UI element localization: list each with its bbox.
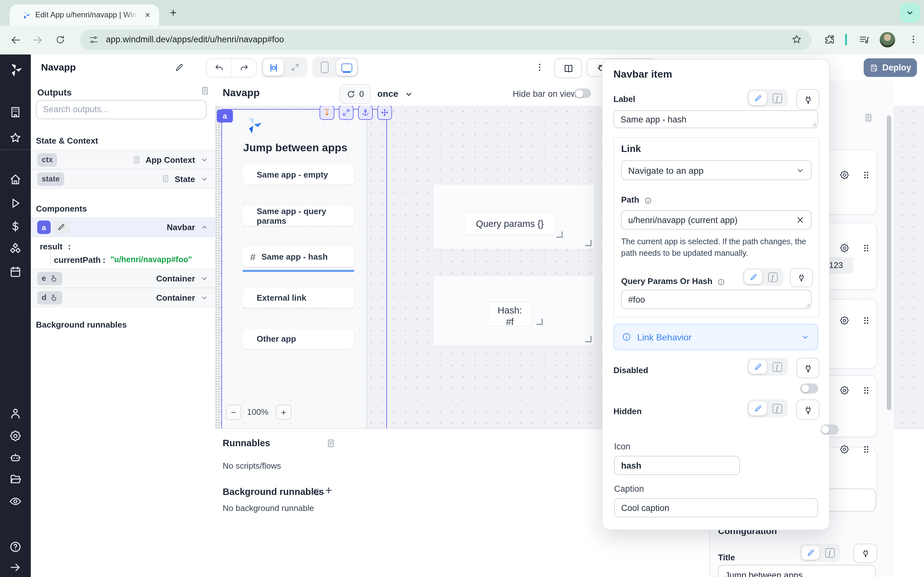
chevron-down-icon[interactable] (200, 274, 208, 282)
nav-item-empty[interactable]: Same app - empty (242, 165, 354, 185)
gear-icon[interactable] (839, 170, 850, 180)
settings-gear-icon[interactable] (9, 430, 22, 442)
nav-item-external[interactable]: External link (242, 288, 354, 308)
static-mode-button[interactable] (749, 401, 767, 416)
anchor-handle[interactable] (358, 106, 373, 120)
query-params-box[interactable]: Query params {} (433, 184, 595, 250)
schedule-select[interactable]: once (377, 89, 398, 99)
reload-icon[interactable] (55, 35, 65, 45)
runnables-doc-icon[interactable] (326, 438, 336, 448)
bookmark-star-icon[interactable] (791, 34, 802, 45)
result-key[interactable]: result (40, 242, 63, 251)
resize-corner[interactable] (556, 231, 563, 238)
textarea-resize-handle[interactable] (804, 302, 810, 307)
browser-menu-icon[interactable] (908, 34, 919, 45)
doc-icon[interactable] (161, 174, 170, 183)
gear-icon[interactable] (839, 243, 850, 253)
home-icon[interactable] (9, 173, 22, 186)
chevron-down-icon[interactable] (404, 90, 413, 99)
tab-search-button[interactable] (900, 3, 920, 23)
disabled-toggle[interactable] (800, 384, 818, 394)
selected-navbar-component[interactable]: Jump between apps a (221, 109, 387, 428)
connect-plug-button[interactable] (790, 268, 813, 287)
mobile-view-button[interactable] (314, 59, 335, 76)
extensions-icon[interactable] (824, 34, 835, 45)
static-mode-button[interactable] (749, 91, 767, 105)
zoom-in-button[interactable]: + (276, 405, 291, 420)
query-input[interactable]: #foo (621, 290, 812, 309)
profile-avatar[interactable] (880, 32, 895, 47)
undo-button[interactable] (207, 59, 231, 77)
connect-plug-button[interactable] (796, 358, 819, 378)
connect-plug-button[interactable] (796, 400, 819, 420)
site-settings-icon[interactable] (89, 35, 99, 45)
drag-grip-icon[interactable] (861, 444, 871, 455)
resize-corner[interactable] (585, 336, 591, 342)
output-row-state[interactable]: state State (31, 169, 215, 189)
textarea-resize-handle[interactable] (811, 121, 816, 126)
deploy-button[interactable]: Deploy (864, 58, 917, 77)
resize-corner[interactable] (585, 240, 591, 246)
icon-input[interactable]: hash (614, 456, 740, 475)
path-input[interactable]: u/henri/navapp (current app) (621, 210, 812, 229)
gear-icon[interactable] (839, 316, 850, 326)
workers-icon[interactable] (9, 451, 22, 464)
component-row-d[interactable]: d Container (31, 288, 215, 307)
hash-text-widget[interactable]: Hash: #f (488, 302, 532, 326)
chevron-down-icon[interactable] (200, 175, 208, 183)
edit-title-pencil-icon[interactable] (174, 63, 184, 73)
add-background-runnable-button[interactable]: + (325, 484, 332, 498)
gear-icon[interactable] (839, 444, 850, 455)
audit-logs-icon[interactable] (9, 495, 22, 508)
label-input[interactable]: Same app - hash (614, 110, 818, 128)
component-row-navbar[interactable]: a Navbar (31, 218, 215, 237)
output-row-ctx[interactable]: ctx App Context (31, 150, 215, 169)
workspace-icon[interactable] (9, 106, 22, 119)
component-row-e[interactable]: e Container (31, 269, 215, 288)
current-path-key[interactable]: currentPath (54, 255, 101, 265)
centered-layout-button[interactable]: |o| (263, 59, 284, 76)
static-mode-button[interactable] (744, 270, 762, 284)
static-mode-button[interactable] (749, 359, 767, 374)
connect-plug-button[interactable] (796, 89, 819, 110)
nav-item-other-app[interactable]: Other app (242, 329, 354, 349)
docs-button[interactable] (554, 58, 582, 78)
users-icon[interactable] (9, 407, 22, 420)
zoom-out-button[interactable]: − (226, 405, 241, 420)
windmill-logo[interactable] (8, 62, 23, 77)
query-params-text-widget[interactable]: Query params {} (464, 212, 556, 235)
media-playlist-icon[interactable] (859, 34, 870, 45)
url-text[interactable]: app.windmill.dev/apps/edit/u/henri/navap… (106, 35, 284, 44)
fx-mode-button[interactable]: f (768, 91, 786, 105)
resize-corner[interactable] (536, 319, 543, 325)
tab-close-button[interactable]: × (142, 9, 153, 21)
gear-icon[interactable] (839, 385, 850, 396)
forward-icon[interactable] (32, 35, 43, 45)
runs-icon[interactable] (9, 197, 22, 210)
nav-item-hash[interactable]: # Same app - hash (242, 247, 354, 267)
hash-box[interactable]: Hash: #f (433, 276, 595, 346)
edit-component-id-button[interactable] (53, 221, 69, 234)
fx-mode-button[interactable]: f (821, 546, 838, 560)
fill-height-handle[interactable] (320, 106, 334, 120)
resources-icon[interactable] (9, 242, 22, 255)
help-icon[interactable] (9, 540, 22, 553)
drag-grip-icon[interactable] (861, 316, 871, 326)
connect-plug-button[interactable] (853, 544, 877, 563)
drag-grip-icon[interactable] (861, 243, 871, 253)
variables-icon[interactable] (9, 220, 22, 233)
static-mode-button[interactable] (801, 546, 819, 560)
schedules-icon[interactable] (9, 266, 22, 278)
desktop-view-button[interactable] (336, 59, 357, 76)
fullwidth-layout-button[interactable] (285, 59, 305, 76)
expand-handle[interactable] (339, 106, 354, 120)
new-tab-button[interactable]: + (167, 6, 180, 19)
settings-scrollbar[interactable] (887, 115, 891, 410)
clear-x-icon[interactable] (796, 215, 804, 224)
link-behavior-disclosure[interactable]: Link Behavior (614, 324, 818, 350)
collapse-rail-icon[interactable] (9, 561, 22, 574)
outputs-doc-icon[interactable] (200, 86, 210, 95)
url-bar[interactable]: app.windmill.dev/apps/edit/u/henri/navap… (80, 29, 812, 50)
back-icon[interactable] (10, 35, 21, 45)
caption-input[interactable]: Cool caption (614, 498, 818, 517)
